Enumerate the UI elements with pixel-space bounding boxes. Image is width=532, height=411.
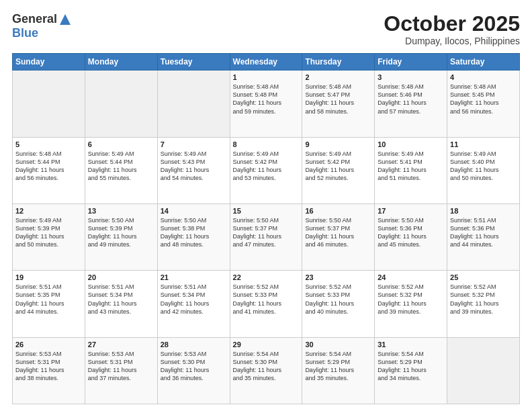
calendar-cell: 16Sunrise: 5:50 AM Sunset: 5:37 PM Dayli…: [302, 203, 375, 270]
day-number: 13: [88, 207, 154, 215]
day-info: Sunrise: 5:48 AM Sunset: 5:45 PM Dayligh…: [450, 83, 517, 116]
calendar-cell: 12Sunrise: 5:49 AM Sunset: 5:39 PM Dayli…: [13, 203, 85, 270]
day-number: 1: [233, 73, 300, 81]
day-info: Sunrise: 5:49 AM Sunset: 5:42 PM Dayligh…: [305, 150, 371, 183]
day-number: 5: [15, 140, 82, 148]
calendar-cell: 31Sunrise: 5:54 AM Sunset: 5:29 PM Dayli…: [375, 337, 447, 404]
day-number: 6: [88, 140, 154, 148]
day-number: 10: [378, 140, 444, 148]
day-info: Sunrise: 5:54 AM Sunset: 5:29 PM Dayligh…: [305, 350, 371, 383]
day-number: 30: [305, 340, 371, 349]
weekday-header-monday: Monday: [85, 54, 157, 71]
day-info: Sunrise: 5:49 AM Sunset: 5:40 PM Dayligh…: [450, 150, 517, 183]
day-number: 20: [88, 273, 154, 281]
day-number: 14: [161, 207, 227, 215]
calendar-table: SundayMondayTuesdayWednesdayThursdayFrid…: [12, 53, 520, 404]
calendar-cell: 9Sunrise: 5:49 AM Sunset: 5:42 PM Daylig…: [302, 137, 375, 203]
calendar-cell: 3Sunrise: 5:48 AM Sunset: 5:46 PM Daylig…: [375, 71, 447, 137]
day-info: Sunrise: 5:52 AM Sunset: 5:32 PM Dayligh…: [378, 283, 444, 316]
day-info: Sunrise: 5:50 AM Sunset: 5:38 PM Dayligh…: [161, 216, 227, 249]
day-number: 22: [233, 273, 300, 281]
calendar-cell: 28Sunrise: 5:53 AM Sunset: 5:30 PM Dayli…: [157, 337, 230, 404]
logo-blue-text: Blue: [12, 26, 38, 40]
calendar-cell: 20Sunrise: 5:51 AM Sunset: 5:34 PM Dayli…: [85, 271, 157, 337]
day-number: 4: [450, 73, 517, 81]
calendar-cell: 2Sunrise: 5:48 AM Sunset: 5:47 PM Daylig…: [302, 71, 375, 137]
day-info: Sunrise: 5:52 AM Sunset: 5:33 PM Dayligh…: [233, 283, 300, 316]
day-number: 17: [378, 207, 444, 215]
day-info: Sunrise: 5:49 AM Sunset: 5:43 PM Dayligh…: [161, 150, 227, 183]
day-number: 18: [450, 207, 517, 215]
day-info: Sunrise: 5:51 AM Sunset: 5:34 PM Dayligh…: [161, 283, 227, 316]
day-info: Sunrise: 5:53 AM Sunset: 5:31 PM Dayligh…: [15, 350, 82, 383]
logo-general-text: General: [12, 12, 57, 26]
day-number: 29: [233, 340, 300, 349]
calendar-cell: 29Sunrise: 5:54 AM Sunset: 5:30 PM Dayli…: [230, 337, 302, 404]
day-info: Sunrise: 5:49 AM Sunset: 5:41 PM Dayligh…: [378, 150, 444, 183]
day-number: 12: [15, 207, 82, 215]
day-info: Sunrise: 5:49 AM Sunset: 5:39 PM Dayligh…: [15, 216, 82, 249]
calendar-cell: 6Sunrise: 5:49 AM Sunset: 5:44 PM Daylig…: [85, 137, 157, 203]
day-info: Sunrise: 5:48 AM Sunset: 5:47 PM Dayligh…: [305, 83, 371, 116]
day-info: Sunrise: 5:50 AM Sunset: 5:39 PM Dayligh…: [88, 216, 154, 249]
weekday-header-row: SundayMondayTuesdayWednesdayThursdayFrid…: [13, 54, 520, 71]
calendar-cell: 23Sunrise: 5:52 AM Sunset: 5:33 PM Dayli…: [302, 271, 375, 337]
day-number: 21: [161, 273, 227, 281]
day-info: Sunrise: 5:48 AM Sunset: 5:44 PM Dayligh…: [15, 150, 82, 183]
day-number: 11: [450, 140, 517, 148]
day-number: 9: [305, 140, 371, 148]
day-number: 23: [305, 273, 371, 281]
calendar-cell: 13Sunrise: 5:50 AM Sunset: 5:39 PM Dayli…: [85, 203, 157, 270]
calendar-cell: 1Sunrise: 5:48 AM Sunset: 5:48 PM Daylig…: [230, 71, 302, 137]
logo: General Blue: [12, 12, 72, 40]
calendar-week-1: 1Sunrise: 5:48 AM Sunset: 5:48 PM Daylig…: [13, 71, 520, 137]
day-info: Sunrise: 5:52 AM Sunset: 5:32 PM Dayligh…: [450, 283, 517, 316]
calendar-cell: 4Sunrise: 5:48 AM Sunset: 5:45 PM Daylig…: [447, 71, 520, 137]
calendar-cell: 24Sunrise: 5:52 AM Sunset: 5:32 PM Dayli…: [375, 271, 447, 337]
calendar-cell: 10Sunrise: 5:49 AM Sunset: 5:41 PM Dayli…: [375, 137, 447, 203]
calendar-cell: 26Sunrise: 5:53 AM Sunset: 5:31 PM Dayli…: [13, 337, 85, 404]
day-info: Sunrise: 5:49 AM Sunset: 5:42 PM Dayligh…: [233, 150, 300, 183]
weekday-header-tuesday: Tuesday: [157, 54, 230, 71]
day-info: Sunrise: 5:49 AM Sunset: 5:44 PM Dayligh…: [88, 150, 154, 183]
day-info: Sunrise: 5:53 AM Sunset: 5:31 PM Dayligh…: [88, 350, 154, 383]
day-info: Sunrise: 5:53 AM Sunset: 5:30 PM Dayligh…: [161, 350, 227, 383]
calendar-cell: [85, 71, 157, 137]
calendar-cell: 25Sunrise: 5:52 AM Sunset: 5:32 PM Dayli…: [447, 271, 520, 337]
title-area: October 2025 Dumpay, Ilocos, Philippines: [384, 12, 520, 46]
calendar-cell: 22Sunrise: 5:52 AM Sunset: 5:33 PM Dayli…: [230, 271, 302, 337]
calendar-cell: 27Sunrise: 5:53 AM Sunset: 5:31 PM Dayli…: [85, 337, 157, 404]
day-info: Sunrise: 5:51 AM Sunset: 5:35 PM Dayligh…: [15, 283, 82, 316]
day-number: 3: [378, 73, 444, 81]
weekday-header-thursday: Thursday: [302, 54, 375, 71]
calendar-cell: 21Sunrise: 5:51 AM Sunset: 5:34 PM Dayli…: [157, 271, 230, 337]
calendar-cell: [157, 71, 230, 137]
day-number: 7: [161, 140, 227, 148]
calendar-week-5: 26Sunrise: 5:53 AM Sunset: 5:31 PM Dayli…: [13, 337, 520, 404]
day-number: 8: [233, 140, 300, 148]
day-number: 26: [15, 340, 82, 349]
logo-icon: [58, 13, 72, 26]
day-info: Sunrise: 5:54 AM Sunset: 5:29 PM Dayligh…: [378, 350, 444, 383]
day-info: Sunrise: 5:50 AM Sunset: 5:37 PM Dayligh…: [233, 216, 300, 249]
calendar-cell: 11Sunrise: 5:49 AM Sunset: 5:40 PM Dayli…: [447, 137, 520, 203]
calendar-cell: 5Sunrise: 5:48 AM Sunset: 5:44 PM Daylig…: [13, 137, 85, 203]
day-number: 25: [450, 273, 517, 281]
day-info: Sunrise: 5:50 AM Sunset: 5:36 PM Dayligh…: [378, 216, 444, 249]
calendar-cell: [447, 337, 520, 404]
calendar-cell: 17Sunrise: 5:50 AM Sunset: 5:36 PM Dayli…: [375, 203, 447, 270]
day-info: Sunrise: 5:50 AM Sunset: 5:37 PM Dayligh…: [305, 216, 371, 249]
day-number: 19: [15, 273, 82, 281]
calendar-week-3: 12Sunrise: 5:49 AM Sunset: 5:39 PM Dayli…: [13, 203, 520, 270]
calendar-cell: 18Sunrise: 5:51 AM Sunset: 5:36 PM Dayli…: [447, 203, 520, 270]
calendar-cell: 19Sunrise: 5:51 AM Sunset: 5:35 PM Dayli…: [13, 271, 85, 337]
svg-marker-0: [60, 14, 71, 25]
day-number: 31: [378, 340, 444, 349]
day-info: Sunrise: 5:52 AM Sunset: 5:33 PM Dayligh…: [305, 283, 371, 316]
calendar-cell: [13, 71, 85, 137]
day-number: 15: [233, 207, 300, 215]
calendar-cell: 8Sunrise: 5:49 AM Sunset: 5:42 PM Daylig…: [230, 137, 302, 203]
day-info: Sunrise: 5:48 AM Sunset: 5:48 PM Dayligh…: [233, 83, 300, 116]
day-info: Sunrise: 5:51 AM Sunset: 5:36 PM Dayligh…: [450, 216, 517, 249]
day-number: 28: [161, 340, 227, 349]
